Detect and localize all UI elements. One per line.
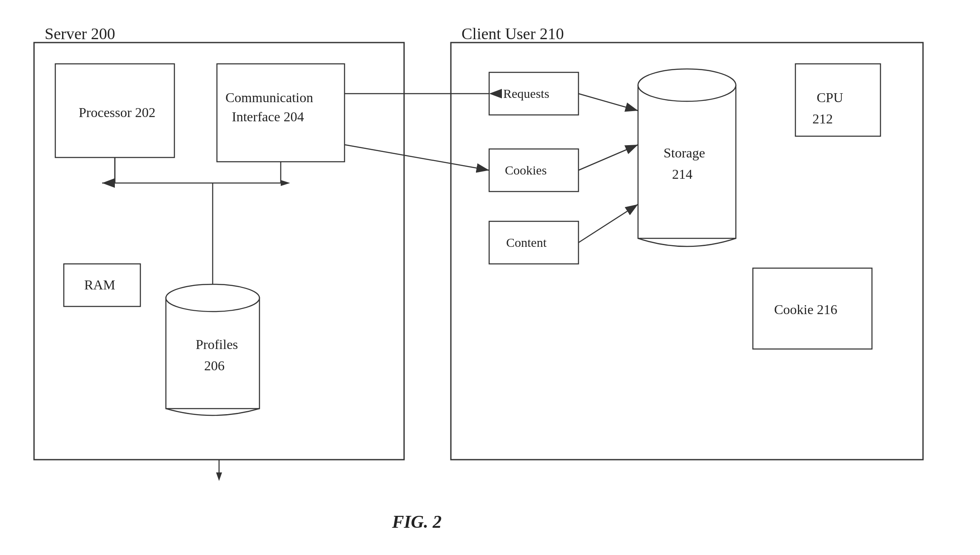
svg-rect-29 [64, 264, 140, 306]
svg-rect-48 [489, 149, 578, 192]
svg-rect-40 [638, 85, 736, 238]
svg-text:Interface 204: Interface 204 [232, 109, 304, 124]
svg-text:RAM: RAM [84, 277, 115, 292]
svg-text:Cookies: Cookies [505, 163, 547, 177]
svg-text:212: 212 [812, 111, 833, 126]
svg-marker-66 [216, 472, 222, 481]
svg-rect-35 [451, 43, 923, 460]
main-diagram-svg: Server 200 Processor 202 Communication I… [0, 0, 980, 555]
svg-rect-44 [753, 268, 872, 349]
svg-rect-37 [795, 64, 880, 136]
svg-text:214: 214 [672, 166, 692, 182]
svg-text:Requests: Requests [503, 86, 549, 100]
svg-marker-56 [281, 180, 290, 186]
svg-rect-31 [166, 298, 259, 409]
svg-text:Processor 202: Processor 202 [79, 105, 155, 120]
svg-rect-22 [34, 43, 404, 460]
svg-point-32 [166, 284, 259, 312]
svg-rect-26 [217, 64, 345, 162]
svg-text:206: 206 [204, 358, 225, 373]
svg-text:Client User 210: Client User 210 [462, 25, 564, 43]
svg-text:CPU: CPU [817, 90, 843, 105]
svg-text:Profiles: Profiles [196, 337, 238, 352]
svg-line-61 [345, 145, 489, 170]
svg-rect-50 [489, 221, 578, 264]
svg-point-41 [638, 69, 736, 101]
svg-line-63 [578, 204, 638, 243]
svg-rect-46 [489, 72, 578, 115]
svg-text:Content: Content [506, 235, 547, 249]
svg-text:Cookie 216: Cookie 216 [774, 302, 837, 317]
svg-text:Storage: Storage [664, 145, 705, 160]
svg-text:Communication: Communication [225, 90, 313, 105]
svg-text:Server  200: Server 200 [45, 25, 115, 43]
svg-marker-55 [105, 180, 115, 186]
svg-line-64 [578, 94, 638, 111]
svg-text:FIG. 2: FIG. 2 [392, 512, 442, 532]
svg-rect-24 [55, 64, 174, 157]
svg-line-62 [578, 145, 638, 170]
